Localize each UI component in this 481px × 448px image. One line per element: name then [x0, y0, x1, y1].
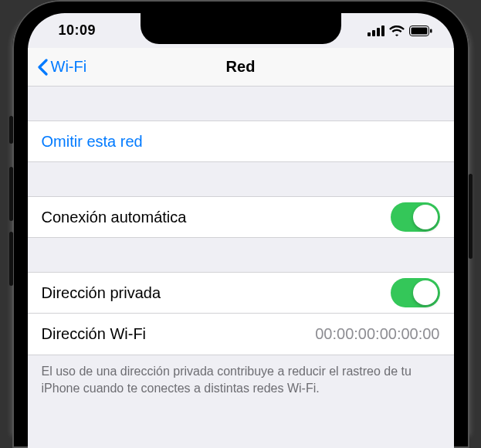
- auto-join-row: Conexión automática: [28, 196, 454, 238]
- section-gap: [28, 238, 454, 272]
- notch: [141, 13, 341, 44]
- status-icons: [368, 25, 432, 36]
- nav-bar: Wi-Fi Red: [28, 48, 454, 87]
- section-gap: [28, 87, 454, 120]
- wifi-icon: [389, 25, 405, 36]
- private-address-toggle[interactable]: [391, 278, 440, 307]
- forget-network-button[interactable]: Omitir esta red: [28, 120, 454, 162]
- back-button[interactable]: Wi-Fi: [28, 58, 87, 76]
- svg-rect-2: [377, 28, 380, 36]
- mute-switch: [9, 116, 13, 144]
- screen: 10:09 Wi-Fi Red Omitir esta red Conexión…: [28, 13, 454, 448]
- private-address-footer: El uso de una dirección privada contribu…: [28, 355, 454, 396]
- auto-join-toggle[interactable]: [391, 202, 440, 232]
- cellular-icon: [368, 25, 384, 36]
- section-gap: [28, 162, 454, 196]
- page-title: Red: [28, 58, 454, 76]
- power-button: [469, 174, 473, 259]
- private-address-row: Dirección privada: [28, 272, 454, 314]
- wifi-address-row: Dirección Wi-Fi 00:00:00:00:00:00: [28, 314, 454, 355]
- svg-rect-1: [372, 30, 375, 36]
- auto-join-label: Conexión automática: [42, 209, 391, 226]
- svg-rect-6: [430, 29, 432, 32]
- volume-down: [9, 232, 13, 286]
- private-address-label: Dirección privada: [42, 284, 391, 302]
- phone-frame: 10:09 Wi-Fi Red Omitir esta red Conexión…: [12, 0, 469, 448]
- svg-rect-5: [411, 27, 427, 34]
- battery-icon: [409, 25, 432, 36]
- forget-network-label: Omitir esta red: [42, 133, 143, 151]
- status-time: 10:09: [59, 22, 97, 39]
- volume-up: [9, 167, 13, 221]
- back-label: Wi-Fi: [51, 58, 87, 76]
- wifi-address-value: 00:00:00:00:00:00: [315, 325, 439, 343]
- chevron-left-icon: [37, 59, 48, 76]
- svg-rect-0: [368, 32, 371, 36]
- wifi-address-label: Dirección Wi-Fi: [42, 325, 316, 343]
- svg-rect-3: [381, 25, 384, 36]
